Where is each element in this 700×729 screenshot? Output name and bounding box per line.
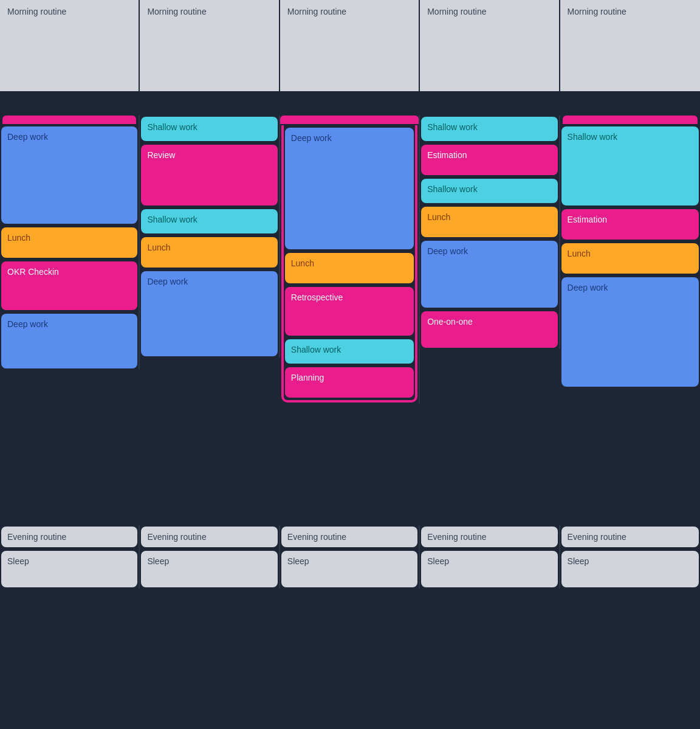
- day2-shallow-work-2[interactable]: Shallow work: [141, 209, 277, 233]
- day-col-2: Shallow work Review Shallow work Lunch D…: [140, 116, 280, 358]
- day5-lunch[interactable]: Lunch: [561, 243, 699, 274]
- day4-shallow-work-2[interactable]: Shallow work: [421, 179, 557, 203]
- day2-shallow-work-1[interactable]: Shallow work: [141, 117, 277, 141]
- day4-shallow-work-1[interactable]: Shallow work: [421, 117, 557, 141]
- day5-deep-work[interactable]: Deep work: [561, 277, 699, 387]
- evening-block-4[interactable]: Evening routine: [421, 527, 557, 547]
- sleep-block-2[interactable]: Sleep: [141, 551, 277, 587]
- evening-block-1[interactable]: Evening routine: [1, 527, 137, 547]
- day5-pink-bar: [563, 116, 698, 124]
- evening-block-5[interactable]: Evening routine: [561, 527, 699, 547]
- day3-shallow-work[interactable]: Shallow work: [285, 339, 414, 364]
- day-col-4: Shallow work Estimation Shallow work Lun…: [420, 116, 560, 349]
- evening-block-3[interactable]: Evening routine: [281, 527, 417, 547]
- evening-col-5: Evening routine Sleep: [560, 525, 700, 589]
- day3-pink-bar-top: [280, 116, 419, 124]
- morning-block-3[interactable]: Morning routine: [280, 0, 420, 91]
- sleep-block-1[interactable]: Sleep: [1, 551, 137, 587]
- day1-okr-checkin[interactable]: OKR Checkin: [1, 261, 137, 310]
- morning-section: Morning routine Morning routine Morning …: [0, 0, 700, 91]
- day3-planning[interactable]: Planning: [285, 367, 414, 398]
- day4-deep-work[interactable]: Deep work: [421, 241, 557, 308]
- sleep-block-4[interactable]: Sleep: [421, 551, 557, 587]
- day5-shallow-work[interactable]: Shallow work: [561, 126, 699, 206]
- day5-estimation[interactable]: Estimation: [561, 209, 699, 240]
- morning-label-4: Morning routine: [427, 7, 486, 16]
- top-spacer: [0, 91, 700, 116]
- morning-block-5[interactable]: Morning routine: [560, 0, 700, 91]
- day2-review[interactable]: Review: [141, 145, 277, 206]
- day2-deep-work[interactable]: Deep work: [141, 271, 277, 356]
- day3-retrospective[interactable]: Retrospective: [285, 287, 414, 336]
- day1-lunch[interactable]: Lunch: [1, 227, 137, 258]
- evening-col-3: Evening routine Sleep: [280, 525, 420, 589]
- evening-col-4: Evening routine Sleep: [420, 525, 560, 589]
- sleep-block-3[interactable]: Sleep: [281, 551, 417, 587]
- day4-estimation[interactable]: Estimation: [421, 145, 557, 175]
- morning-label-3: Morning routine: [287, 7, 346, 16]
- day3-lunch[interactable]: Lunch: [285, 253, 414, 283]
- morning-label-5: Morning routine: [568, 7, 626, 16]
- morning-block-1[interactable]: Morning routine: [0, 0, 140, 91]
- mid-spacer: [0, 404, 700, 525]
- evening-col-2: Evening routine Sleep: [140, 525, 280, 589]
- morning-block-2[interactable]: Morning routine: [140, 0, 280, 91]
- day2-lunch[interactable]: Lunch: [141, 237, 277, 268]
- day1-pink-bar: [2, 116, 136, 124]
- day-col-3: Deep work Lunch Retrospective Shallow wo…: [280, 116, 420, 404]
- morning-label-2: Morning routine: [147, 7, 206, 16]
- day4-lunch[interactable]: Lunch: [421, 207, 557, 237]
- evening-col-1: Evening routine Sleep: [0, 525, 140, 589]
- evening-section: Evening routine Sleep Evening routine Sl…: [0, 525, 700, 589]
- day-col-5: Shallow work Estimation Lunch Deep work: [560, 116, 700, 388]
- day3-deep-work[interactable]: Deep work: [285, 128, 414, 249]
- morning-label-1: Morning routine: [7, 7, 66, 16]
- day-col-1: Deep work Lunch OKR Checkin Deep work: [0, 116, 140, 370]
- evening-block-2[interactable]: Evening routine: [141, 527, 277, 547]
- day1-deep-work-2[interactable]: Deep work: [1, 314, 137, 368]
- sleep-block-5[interactable]: Sleep: [561, 551, 699, 587]
- events-section: Deep work Lunch OKR Checkin Deep work Sh…: [0, 116, 700, 404]
- day3-pink-container: Deep work Lunch Retrospective Shallow wo…: [281, 125, 417, 403]
- day4-one-on-one[interactable]: One-on-one: [421, 311, 557, 348]
- morning-block-4[interactable]: Morning routine: [420, 0, 560, 91]
- day1-deep-work-1[interactable]: Deep work: [1, 126, 137, 224]
